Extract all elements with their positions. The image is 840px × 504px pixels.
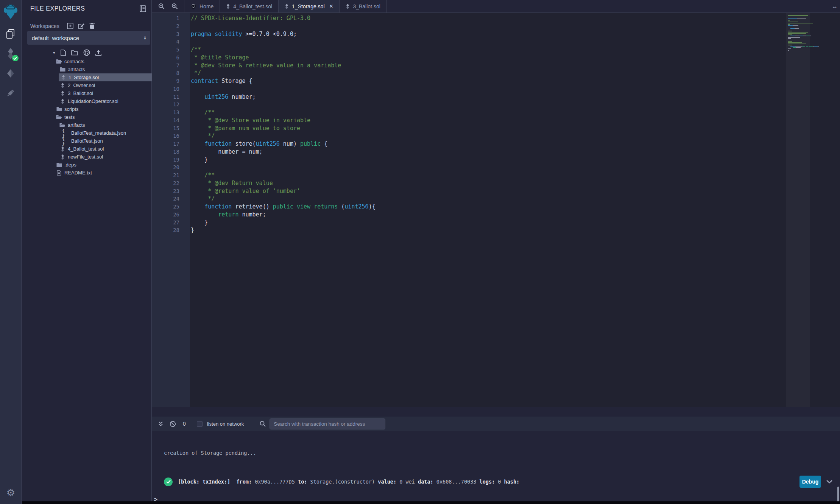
line-number: 4 — [152, 38, 190, 46]
code-line: } — [190, 156, 840, 164]
workspaces-label: Workspaces — [30, 23, 59, 29]
tree-item-tests[interactable]: tests — [22, 113, 151, 121]
tree-item-scripts[interactable]: scripts — [22, 105, 151, 113]
tab-home[interactable]: Home — [184, 0, 220, 12]
folder-icon — [59, 67, 66, 72]
code-line: } — [190, 226, 840, 234]
folder-icon — [55, 107, 63, 112]
close-tab-icon[interactable]: ✕ — [329, 3, 334, 9]
minimap-line — [788, 23, 833, 23]
tree-item-4-ballot-test-sol[interactable]: 4_Ballot_test.sol — [22, 145, 151, 153]
minimap-line — [788, 36, 833, 36]
tree-item-artifacts[interactable]: artifacts — [22, 121, 151, 129]
tab-4-ballot-test-sol[interactable]: 4_Ballot_test.sol — [220, 0, 279, 12]
solidity-compiler-icon[interactable] — [0, 44, 22, 64]
tree-item-label: 2_Owner.sol — [68, 82, 95, 88]
debug-button[interactable]: Debug — [799, 476, 821, 488]
code-line: * @dev Store & retrieve value in a varia… — [190, 62, 840, 70]
code-line — [190, 22, 840, 30]
line-number: 2 — [152, 22, 190, 30]
new-file-icon[interactable] — [61, 50, 66, 56]
terminal-scrollbar[interactable] — [837, 487, 839, 502]
zoom-in-icon[interactable] — [171, 3, 178, 9]
tree-item--deps[interactable]: .deps — [22, 161, 151, 169]
minimap-slider[interactable] — [786, 13, 810, 407]
tab-1-storage-sol[interactable]: 1_Storage.sol✕ — [279, 0, 340, 12]
tree-item-readme-txt[interactable]: README.txt — [22, 169, 151, 177]
upload-file-icon[interactable] — [95, 50, 101, 56]
line-number: 11 — [152, 93, 190, 101]
minimap-line — [788, 38, 833, 39]
minimap-line — [788, 20, 833, 21]
expand-log-chevron-icon[interactable] — [826, 480, 832, 484]
create-workspace-icon[interactable] — [67, 23, 73, 29]
tree-item-newfile-test-sol[interactable]: newFile_test.sol — [22, 153, 151, 161]
line-number: 7 — [152, 62, 190, 70]
expand-horizontal-icon[interactable]: ↔ — [832, 0, 838, 13]
deploy-and-run-icon[interactable] — [0, 64, 22, 83]
code-line: function store(uint256 num) public { — [190, 140, 840, 148]
line-number: 14 — [152, 117, 190, 124]
tree-item-ballottest-json[interactable]: { }BallotTest.json — [22, 137, 151, 145]
code-line: number = num; — [190, 148, 840, 156]
terminal-panel: 0 listen on network creation of Storage … — [152, 407, 840, 504]
minimap-line — [788, 50, 833, 51]
remix-logo-icon[interactable] — [0, 2, 22, 22]
delete-workspace-icon[interactable] — [89, 23, 95, 29]
documentation-book-icon[interactable] — [140, 5, 146, 12]
listen-network-checkbox[interactable] — [197, 421, 203, 427]
toggle-terminal-chevrons-icon[interactable] — [158, 421, 163, 427]
clear-console-icon[interactable] — [170, 421, 176, 427]
tab-label: 4_Ballot_test.sol — [233, 3, 272, 9]
tree-item-ballottest-metadata-json[interactable]: { }BallotTest_metadata.json — [22, 129, 151, 137]
collapse-tree-caret-icon[interactable]: ▾ — [53, 50, 55, 55]
tree-item-label: tests — [64, 114, 75, 120]
github-clone-icon[interactable] — [83, 49, 90, 56]
tree-item-liquidationoperator-sol[interactable]: LiquidationOperator.sol — [22, 97, 151, 105]
minimap-line — [788, 45, 833, 45]
code-line: pragma solidity >=0.7.0 <0.9.0; — [190, 30, 840, 38]
terminal-search-input[interactable] — [270, 418, 385, 429]
rename-workspace-icon[interactable] — [78, 23, 85, 29]
minimap-line — [788, 42, 833, 43]
minimap-line — [788, 44, 833, 44]
solidity-icon — [59, 99, 66, 104]
workspace-select[interactable]: default_workspace ▴▾ — [27, 31, 150, 45]
settings-gear-icon[interactable]: ⚙ — [0, 485, 22, 500]
line-number: 23 — [152, 187, 190, 195]
solidity-icon — [285, 4, 289, 9]
zoom-out-icon[interactable] — [158, 3, 165, 9]
line-number: 27 — [152, 219, 190, 227]
new-folder-icon[interactable] — [71, 50, 78, 56]
code-line: * @dev Return value — [190, 179, 840, 187]
code-line: /** — [190, 46, 840, 54]
plugin-manager-icon[interactable] — [0, 83, 22, 103]
minimap-line — [788, 27, 833, 28]
vertical-icon-panel: ⚙ — [0, 0, 22, 504]
tree-item-3-ballot-sol[interactable]: 3_Ballot.sol — [22, 89, 151, 97]
line-number: 13 — [152, 109, 190, 117]
solidity-icon — [59, 75, 67, 80]
tree-item-contracts[interactable]: contracts — [22, 58, 151, 65]
tab-3-ballot-sol[interactable]: 3_Ballot.sol — [340, 0, 386, 12]
line-number: 3 — [152, 30, 190, 38]
code-line — [190, 163, 840, 171]
tree-item-label: .deps — [64, 162, 76, 168]
code-line: * @dev Store value in variable — [190, 117, 840, 124]
code-line: } — [190, 219, 840, 227]
tree-item-label: 1_Storage.sol — [69, 75, 99, 80]
minimap[interactable] — [788, 15, 833, 51]
tree-item-2-owner-sol[interactable]: 2_Owner.sol — [22, 81, 151, 89]
search-icon — [260, 421, 266, 427]
line-number: 1 — [152, 14, 190, 22]
solidity-icon — [59, 146, 66, 152]
minimap-line — [788, 39, 833, 40]
file-explorer-icon[interactable] — [0, 24, 22, 44]
transaction-log-row[interactable]: [block: txIndex:] from: 0x90a...777D5 to… — [164, 476, 832, 488]
tree-item-artifacts[interactable]: artifacts — [22, 65, 151, 73]
code-content[interactable]: // SPDX-License-Identifier: GPL-3.0pragm… — [190, 13, 840, 407]
select-arrows-icon: ▴▾ — [144, 36, 146, 40]
code-line — [190, 38, 840, 46]
tree-item-1-storage-sol[interactable]: 1_Storage.sol — [59, 73, 161, 81]
line-number: 26 — [152, 211, 190, 219]
